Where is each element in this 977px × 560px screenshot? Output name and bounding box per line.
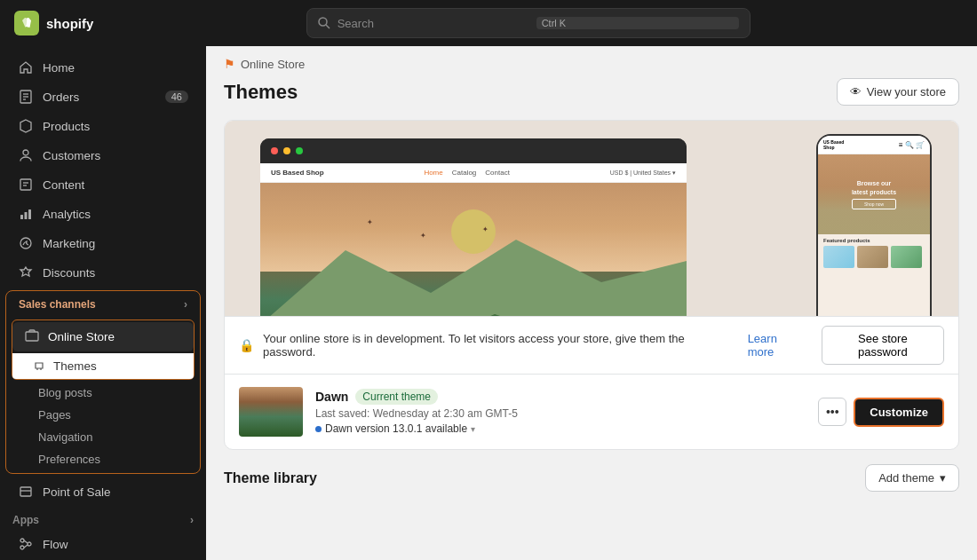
- browser-dot-green: [296, 147, 303, 154]
- theme-name: Dawn: [315, 390, 348, 404]
- themes-sub-icon: [34, 360, 46, 373]
- home-icon: [18, 59, 34, 75]
- sidebar: Home Orders 46 Products Customers: [0, 46, 206, 560]
- theme-card: US Based Shop Home Catalog Contact USD $…: [224, 120, 959, 450]
- online-store-icon: [25, 328, 39, 345]
- mobile-hero-text: Browse our latest products: [852, 179, 896, 195]
- svg-point-22: [20, 546, 24, 549]
- svg-point-20: [20, 539, 24, 542]
- theme-thumbnail: [239, 387, 303, 437]
- sidebar-item-pages[interactable]: Pages: [6, 404, 200, 426]
- eye-icon: 👁: [850, 85, 862, 99]
- mobile-featured-title: Featured products: [823, 238, 925, 243]
- current-theme-badge: Current theme: [355, 389, 438, 405]
- desktop-mockup: US Based Shop Home Catalog Contact USD $…: [260, 138, 687, 316]
- sidebar-item-navigation[interactable]: Navigation: [6, 426, 200, 448]
- mobile-hero-btn: Shop now: [852, 199, 896, 209]
- bird3: ✦: [482, 225, 488, 233]
- search-bar[interactable]: Search Ctrl K: [306, 8, 751, 38]
- bird1: ✦: [367, 218, 373, 226]
- sidebar-item-preferences[interactable]: Preferences: [6, 448, 200, 473]
- sidebar-item-flow[interactable]: Flow: [5, 530, 201, 558]
- customize-button[interactable]: Customize: [854, 398, 944, 427]
- add-theme-chevron: ▾: [940, 471, 946, 485]
- version-dot: [315, 426, 322, 432]
- svg-point-21: [28, 542, 31, 546]
- search-shortcut: Ctrl K: [536, 17, 739, 29]
- sidebar-item-themes[interactable]: Themes: [12, 353, 194, 379]
- svg-rect-13: [28, 209, 31, 219]
- sales-channels-chevron: ›: [184, 298, 187, 311]
- point-of-sale-icon: [18, 484, 34, 500]
- flow-icon: [18, 536, 34, 552]
- more-options-button[interactable]: •••: [818, 398, 846, 426]
- browser-content: US Based Shop Home Catalog Contact USD $…: [260, 163, 687, 316]
- theme-version: Dawn version 13.0.1 available ▾: [315, 422, 806, 435]
- theme-actions: ••• Customize: [818, 398, 944, 427]
- mobile-mockup: US BasedShop ≡ 🔍 🛒 Browse our latest pro…: [816, 134, 932, 316]
- main-layout: Home Orders 46 Products Customers: [0, 46, 977, 560]
- svg-rect-8: [20, 179, 31, 190]
- browser-hero: ✦ ✦ ✦: [260, 183, 687, 316]
- sales-channels-header[interactable]: Sales channels ›: [6, 291, 200, 318]
- mobile-product-2: [857, 246, 888, 268]
- svg-point-7: [23, 150, 28, 155]
- sidebar-item-online-store[interactable]: Online Store: [12, 322, 194, 351]
- breadcrumb-store-icon: ⚑: [224, 57, 235, 71]
- see-store-password-button[interactable]: See store password: [822, 326, 944, 365]
- sidebar-item-analytics[interactable]: Analytics: [5, 200, 201, 228]
- browser-dot-yellow: [283, 147, 290, 154]
- learn-more-link[interactable]: Learn more: [748, 332, 806, 359]
- svg-line-2: [326, 25, 330, 28]
- mobile-product-1: [823, 246, 854, 268]
- content-area: ⚑ Online Store Themes 👁 View your store: [206, 46, 977, 560]
- shopify-logo-icon: [14, 11, 39, 35]
- sales-channels-section: Sales channels › Online Store Themes: [5, 290, 201, 474]
- hero-sun: [451, 209, 496, 254]
- svg-point-14: [20, 238, 31, 248]
- page-title: Themes: [224, 81, 298, 104]
- browser-nav: US Based Shop Home Catalog Contact USD $…: [260, 163, 687, 183]
- breadcrumb: ⚑ Online Store: [206, 46, 977, 75]
- mobile-hero: Browse our latest products Shop now: [818, 154, 930, 234]
- mobile-product-3: [891, 246, 922, 268]
- shopify-logo: shopify: [14, 11, 93, 35]
- page-header: Themes 👁 View your store: [206, 75, 977, 120]
- mobile-header: US BasedShop ≡ 🔍 🛒: [818, 136, 930, 154]
- current-theme-section: Dawn Current theme Last saved: Wednesday…: [225, 374, 958, 449]
- sidebar-item-point-of-sale[interactable]: Point of Sale: [5, 477, 201, 506]
- svg-rect-15: [26, 332, 38, 341]
- svg-point-0: [28, 19, 29, 20]
- sidebar-item-marketing[interactable]: Marketing: [5, 229, 201, 257]
- theme-preview: US Based Shop Home Catalog Contact USD $…: [225, 121, 958, 316]
- browser-dot-red: [271, 147, 278, 154]
- svg-rect-12: [25, 212, 28, 219]
- sidebar-item-products[interactable]: Products: [5, 112, 201, 140]
- theme-saved-date: Last saved: Wednesday at 2:30 am GMT-5: [315, 407, 806, 420]
- theme-library-title: Theme library: [224, 470, 317, 486]
- analytics-icon: [18, 206, 34, 222]
- sidebar-item-home[interactable]: Home: [5, 53, 201, 82]
- add-theme-button[interactable]: Add theme ▾: [865, 464, 959, 492]
- customers-icon: [18, 147, 34, 163]
- discounts-icon: [18, 264, 34, 280]
- sidebar-item-blog-posts[interactable]: Blog posts: [6, 382, 200, 404]
- sidebar-item-orders[interactable]: Orders 46: [5, 83, 201, 111]
- sidebar-item-content[interactable]: Content: [5, 170, 201, 199]
- mobile-content: US BasedShop ≡ 🔍 🛒 Browse our latest pro…: [818, 136, 930, 316]
- apps-chevron: ›: [190, 514, 194, 526]
- svg-rect-18: [20, 487, 31, 496]
- theme-library-section: Theme library Add theme ▾: [206, 450, 977, 506]
- sidebar-item-customers[interactable]: Customers: [5, 141, 201, 170]
- view-store-button[interactable]: 👁 View your store: [837, 78, 959, 106]
- sidebar-item-discounts[interactable]: Discounts: [5, 258, 201, 287]
- theme-info: Dawn Current theme Last saved: Wednesday…: [315, 389, 806, 435]
- bird2: ✦: [420, 232, 426, 240]
- orders-icon: [18, 89, 34, 105]
- svg-line-24: [24, 545, 28, 548]
- svg-rect-11: [20, 215, 23, 219]
- apps-section-header[interactable]: Apps ›: [0, 507, 206, 530]
- version-chevron: ▾: [471, 424, 475, 434]
- content-icon: [18, 177, 34, 193]
- svg-line-23: [24, 540, 28, 543]
